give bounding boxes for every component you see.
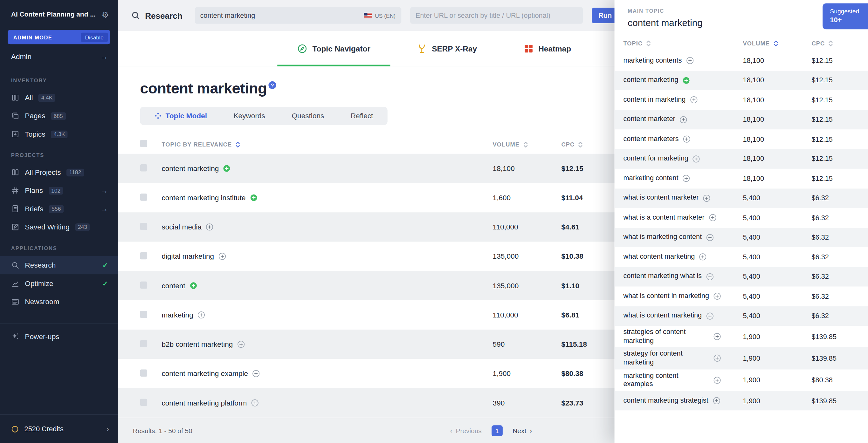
row-checkbox[interactable] (140, 369, 147, 377)
panel-table-row[interactable]: what content marketing5,400$6.32 (615, 247, 868, 267)
sidebar-item-saved-writing[interactable]: Saved Writing243 (0, 218, 118, 236)
add-topic-icon[interactable] (713, 333, 721, 340)
sidebar-item-all-projects[interactable]: All Projects1182 (0, 163, 118, 181)
sort-icon[interactable] (646, 39, 651, 47)
locale-selector[interactable]: US (EN) (364, 12, 401, 19)
add-topic-icon[interactable] (713, 377, 721, 384)
volume-value: 1,900 (743, 376, 812, 384)
add-topic-icon[interactable] (706, 312, 713, 320)
add-topic-icon[interactable] (251, 400, 258, 407)
row-checkbox[interactable] (140, 252, 147, 259)
topic-added-icon[interactable] (190, 282, 197, 289)
tab-heatmap[interactable]: Heatmap (500, 31, 594, 66)
sort-icon[interactable] (523, 141, 528, 148)
add-topic-icon[interactable] (693, 155, 700, 163)
panel-table-row[interactable]: strategies of content marketing1,900$139… (615, 326, 868, 347)
sidebar-item-admin[interactable]: Admin → (0, 44, 118, 69)
add-topic-icon[interactable] (683, 136, 690, 143)
panel-table-row[interactable]: what is marketing content5,400$6.32 (615, 227, 868, 247)
add-topic-icon[interactable] (703, 194, 710, 202)
sort-icon[interactable] (578, 141, 583, 148)
sidebar-item-topics[interactable]: Topics4.3K (0, 125, 118, 143)
admin-mode-label: ADMIN MODE (13, 34, 52, 40)
panel-table-row[interactable]: marketing content18,100$12.15 (615, 169, 868, 188)
add-topic-icon[interactable] (690, 96, 697, 104)
panel-table-row[interactable]: content for marketing18,100$12.15 (615, 149, 868, 169)
add-topic-icon[interactable] (713, 397, 720, 405)
panel-table-row[interactable]: what is content in marketing5,400$6.32 (615, 286, 868, 306)
add-topic-icon[interactable] (699, 254, 707, 261)
panel-table-row[interactable]: strategy for content marketing1,900$139.… (615, 347, 868, 369)
panel-table-row[interactable]: content marketing strategist1,900$139.85 (615, 391, 868, 411)
add-topic-icon[interactable] (709, 214, 716, 222)
view-tab-reflect[interactable]: Reflect (337, 107, 386, 125)
add-topic-icon[interactable] (713, 355, 721, 362)
sidebar-item-briefs[interactable]: Briefs556→ (0, 199, 118, 218)
add-topic-icon[interactable] (218, 253, 226, 260)
panel-table-row[interactable]: content marketers18,100$12.15 (615, 129, 868, 149)
credits-row[interactable]: 2520 Credits › (0, 414, 118, 443)
panel-table-row[interactable]: content marketing what is5,400$6.32 (615, 267, 868, 287)
row-checkbox[interactable] (140, 164, 147, 171)
row-checkbox[interactable] (140, 193, 147, 200)
panel-table-row[interactable]: what is content marketing5,400$6.32 (615, 306, 868, 326)
column-volume[interactable]: VOLUME (493, 141, 561, 148)
current-page-badge[interactable]: 1 (492, 425, 503, 436)
sort-icon[interactable] (828, 39, 833, 47)
help-icon[interactable]: ? (268, 81, 276, 89)
sidebar-item-power-ups[interactable]: Power-ups (0, 323, 118, 350)
panel-table-row[interactable]: content marketer18,100$12.15 (615, 109, 868, 129)
add-topic-icon[interactable] (706, 273, 713, 280)
add-topic-icon[interactable] (680, 116, 687, 123)
panel-column-topic[interactable]: TOPIC (623, 39, 743, 47)
column-topic-by-relevance[interactable]: TOPIC BY RELEVANCE (161, 141, 493, 148)
topic-added-icon[interactable] (223, 165, 230, 172)
panel-table-row[interactable]: marketing contents18,100$12.15 (615, 51, 868, 70)
add-topic-icon[interactable] (198, 311, 205, 319)
url-input[interactable] (410, 7, 583, 24)
arrow-right-icon[interactable]: → (101, 186, 108, 194)
panel-table-row[interactable]: marketing content examples1,900$80.38 (615, 369, 868, 391)
select-all-checkbox[interactable] (140, 140, 147, 147)
add-topic-icon[interactable] (237, 341, 245, 348)
suggested-badge[interactable]: Suggested 10+ (823, 3, 868, 29)
row-checkbox[interactable] (140, 311, 147, 318)
add-topic-icon[interactable] (683, 175, 690, 182)
view-tab-keywords[interactable]: Keywords (220, 107, 279, 125)
panel-table-row[interactable]: what is a content marketer5,400$6.32 (615, 208, 868, 227)
settings-gear-icon[interactable]: ⚙ (102, 10, 109, 19)
tab-topic-navigator[interactable]: Topic Navigator (274, 31, 394, 66)
row-checkbox[interactable] (140, 340, 147, 347)
sidebar-item-newsroom[interactable]: Newsroom (0, 293, 118, 311)
panel-table-row[interactable]: what is content marketer5,400$6.32 (615, 188, 868, 208)
topic-added-icon[interactable] (250, 194, 257, 201)
sidebar-item-pages[interactable]: Pages685 (0, 107, 118, 125)
view-tab-topic-model[interactable]: Topic Model (141, 107, 220, 125)
sort-icon[interactable] (235, 141, 240, 148)
add-topic-icon[interactable] (686, 57, 693, 64)
panel-column-cpc[interactable]: CPC (811, 39, 868, 47)
row-checkbox[interactable] (140, 399, 147, 406)
add-topic-icon[interactable] (706, 234, 713, 241)
topic-search-input[interactable] (194, 7, 364, 24)
sidebar-item-research[interactable]: Research✓ (0, 256, 118, 274)
panel-table-row[interactable]: content marketing18,100$12.15 (615, 70, 868, 90)
row-checkbox[interactable] (140, 281, 147, 289)
panel-column-volume[interactable]: VOLUME (743, 39, 812, 47)
next-page-button[interactable]: Next › (513, 427, 532, 435)
sidebar-item-plans[interactable]: Plans102→ (0, 182, 118, 199)
add-topic-icon[interactable] (713, 293, 721, 300)
row-checkbox[interactable] (140, 223, 147, 230)
view-tab-questions[interactable]: Questions (279, 107, 338, 125)
arrow-right-icon[interactable]: → (101, 205, 108, 213)
tab-serp-x-ray[interactable]: SERP X-Ray (394, 31, 500, 66)
panel-table-row[interactable]: content in marketing18,100$12.15 (615, 90, 868, 110)
topic-added-icon[interactable] (683, 76, 690, 84)
sidebar-item-optimize[interactable]: Optimize✓ (0, 274, 118, 292)
add-topic-icon[interactable] (252, 370, 260, 377)
sidebar-item-all[interactable]: All4.4K (0, 88, 118, 106)
add-topic-icon[interactable] (206, 223, 213, 231)
admin-mode-disable-button[interactable]: Disable (81, 32, 108, 42)
sort-icon[interactable] (773, 39, 778, 47)
previous-page-button[interactable]: ‹ Previous (450, 427, 482, 435)
